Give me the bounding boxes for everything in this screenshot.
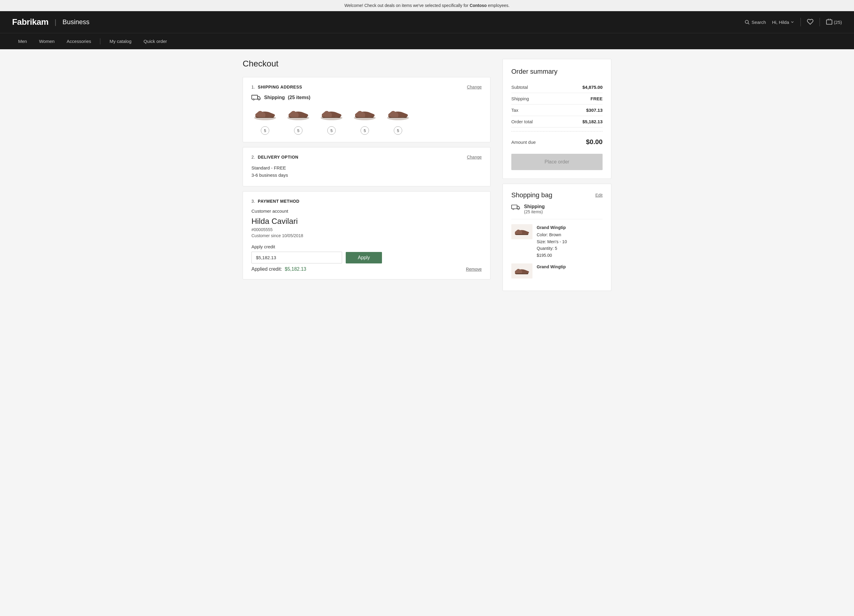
user-menu-button[interactable]: Hi, Hilda	[772, 20, 795, 25]
quantity-badge-4: 5	[360, 126, 369, 135]
applied-credit-row: Applied credit: $5,182.13 Remove	[252, 267, 482, 272]
shoe-image-3	[319, 108, 343, 122]
header-divider	[801, 18, 801, 26]
apply-credit-row: Apply	[252, 252, 482, 264]
applied-credit-amount: $5,182.13	[285, 267, 306, 271]
shoe-image-5	[386, 108, 410, 122]
product-item-4: 5	[351, 106, 378, 135]
logo-business: Business	[63, 18, 90, 26]
shoe-image-2	[286, 108, 310, 122]
svg-point-12	[513, 209, 514, 210]
order-total-row: Order total $5,182.13	[511, 116, 602, 128]
sidebar: Order summary Subtotal $4,875.00 Shippin…	[503, 59, 612, 291]
product-item-1: 5	[252, 106, 279, 135]
subtotal-row: Subtotal $4,875.00	[511, 82, 602, 93]
product-list: 5 5	[252, 106, 482, 135]
user-label: Hi, Hilda	[772, 20, 789, 25]
heart-icon	[807, 18, 813, 25]
delivery-section-header: 2. DELIVERY OPTION Change	[252, 155, 482, 160]
shipping-label-row: Shipping (25 items)	[252, 94, 482, 101]
order-total-label: Order total	[511, 119, 533, 124]
shoe-image-4	[353, 108, 377, 122]
page-title: Checkout	[242, 59, 491, 69]
bag-product-price-1: $195.00	[537, 252, 567, 259]
quantity-badge-2: 5	[294, 126, 302, 135]
svg-point-0	[745, 20, 749, 24]
place-order-button[interactable]: Place order	[511, 154, 602, 170]
product-image-1	[252, 106, 279, 124]
shipping-section-label: SHIPPING ADDRESS	[258, 85, 302, 89]
bag-shipping-info: Shipping (25 items)	[524, 204, 544, 214]
product-image-5	[384, 106, 412, 124]
delivery-section-label: DELIVERY OPTION	[258, 155, 298, 160]
tax-row: Tax $307.13	[511, 105, 602, 116]
delivery-option-name: Standard - FREE	[252, 164, 482, 172]
header-actions: Search Hi, Hilda (25)	[744, 18, 842, 26]
payment-section-label: PAYMENT METHOD	[258, 199, 299, 204]
bag-product-img-1	[511, 224, 532, 239]
remove-credit-button[interactable]: Remove	[466, 267, 482, 271]
tax-value: $307.13	[586, 108, 602, 113]
shopping-bag-card: Shopping bag Edit Shipping (25 items)	[503, 184, 612, 291]
payment-section-title: 3. PAYMENT METHOD	[252, 199, 299, 204]
shipping-change-button[interactable]: Change	[467, 85, 482, 89]
announcement-banner: Welcome! Check out deals on items we've …	[0, 0, 854, 11]
bag-product-details-2: Grand Wingtip	[537, 264, 566, 279]
wishlist-button[interactable]	[807, 18, 813, 26]
bag-product-details-1: Grand Wingtip Color: Brown Size: Men's -…	[537, 224, 567, 259]
bag-shoe-1	[513, 226, 531, 237]
customer-account-label: Customer account	[252, 209, 482, 213]
search-button[interactable]: Search	[744, 19, 766, 25]
quantity-badge-5: 5	[394, 126, 402, 135]
bag-shipping-count: (25 items)	[524, 209, 544, 214]
apply-credit-label: Apply credit	[252, 244, 482, 249]
shipping-row: Shipping FREE	[511, 93, 602, 105]
nav-quick-order[interactable]: Quick order	[137, 33, 173, 49]
announcement-company: Contoso	[470, 3, 487, 8]
logo-area: Fabrikam | Business	[12, 17, 90, 27]
search-label: Search	[752, 20, 766, 25]
cart-button[interactable]: (25)	[826, 19, 842, 25]
product-image-4	[351, 106, 378, 124]
shoe-image-1	[253, 108, 277, 122]
customer-name: Hilda Cavilari	[252, 217, 482, 226]
site-header: Fabrikam | Business Search Hi, Hilda (25…	[0, 11, 854, 33]
bag-truck-icon	[511, 204, 520, 212]
amount-due-row: Amount due $0.00	[511, 135, 602, 149]
main-content: Checkout 1. SHIPPING ADDRESS Change Ship…	[242, 59, 491, 284]
apply-credit-button[interactable]: Apply	[346, 252, 382, 264]
applied-credit-text: Applied credit: $5,182.13	[252, 267, 306, 272]
quantity-badge-1: 5	[261, 126, 269, 135]
truck-icon-bag	[511, 204, 520, 210]
svg-rect-2	[827, 20, 832, 24]
delivery-option-days: 3-6 business days	[252, 172, 482, 179]
shipping-section-header: 1. SHIPPING ADDRESS Change	[252, 85, 482, 89]
bag-product-img-2	[511, 264, 532, 279]
svg-rect-11	[512, 205, 517, 209]
nav-my-catalog[interactable]: My catalog	[103, 33, 137, 49]
bag-shoe-2	[513, 265, 531, 276]
bag-product-name-1: Grand Wingtip	[537, 224, 567, 231]
customer-since: Customer since 10/05/2018	[252, 233, 482, 238]
shipping-summary-value: FREE	[590, 96, 602, 101]
cart-count: (25)	[834, 20, 842, 25]
shipping-items-count: (25 items)	[288, 95, 310, 100]
bag-product-name-2: Grand Wingtip	[537, 264, 566, 270]
nav-men[interactable]: Men	[12, 33, 33, 49]
subtotal-value: $4,875.00	[583, 85, 602, 90]
svg-rect-3	[252, 95, 258, 99]
credit-input[interactable]	[252, 252, 342, 264]
page-container: Checkout 1. SHIPPING ADDRESS Change Ship…	[230, 49, 624, 300]
shipping-address-section: 1. SHIPPING ADDRESS Change Shipping (25 …	[242, 77, 491, 142]
bag-product-qty-1: Quantity: 5	[537, 245, 567, 252]
logo-divider: |	[55, 18, 56, 26]
shopping-bag-edit-button[interactable]: Edit	[595, 193, 602, 198]
delivery-change-button[interactable]: Change	[467, 155, 482, 160]
product-item-2: 5	[285, 106, 312, 135]
nav-women[interactable]: Women	[33, 33, 61, 49]
nav-accessories[interactable]: Accessories	[61, 33, 97, 49]
shipping-section-title: 1. SHIPPING ADDRESS	[252, 85, 302, 89]
logo-name: Fabrikam	[12, 17, 49, 27]
shipping-summary-label: Shipping	[511, 96, 529, 101]
payment-section-header: 3. PAYMENT METHOD	[252, 199, 482, 204]
